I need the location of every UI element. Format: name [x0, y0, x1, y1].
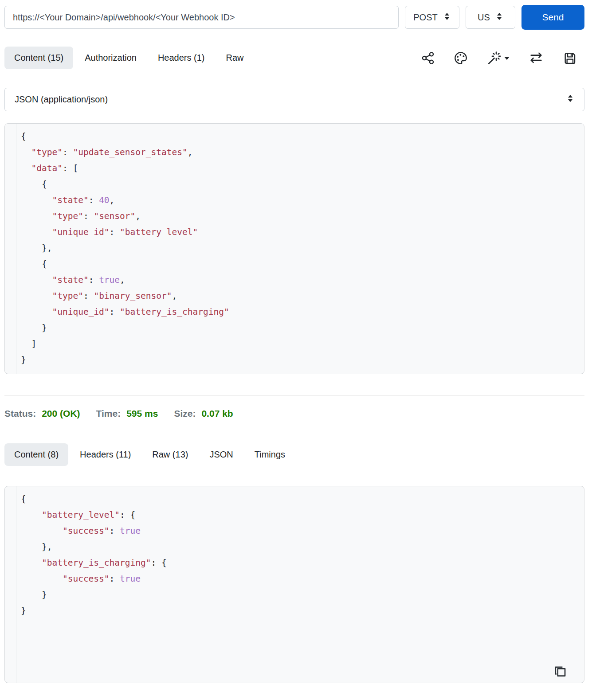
api-tester-page: POST US Send Content (15) Authorization …: [0, 0, 592, 691]
url-input[interactable]: [4, 6, 399, 29]
status-label: Status:: [4, 408, 36, 419]
sort-arrows-icon: [566, 94, 574, 105]
time-group: Time: 595 ms: [96, 408, 158, 419]
viewer-gutter: [5, 486, 16, 683]
method-select-value: POST: [413, 12, 437, 23]
region-select[interactable]: US: [466, 6, 515, 29]
response-tabs-row: Content (8) Headers (11) Raw (13) JSON T…: [4, 443, 584, 466]
section-divider: [4, 395, 584, 396]
tab-request-content[interactable]: Content (15): [4, 47, 73, 69]
tab-request-authorization[interactable]: Authorization: [75, 47, 146, 69]
time-value: 595 ms: [126, 408, 158, 419]
chevron-down-icon: [504, 55, 510, 61]
save-icon[interactable]: [562, 51, 576, 65]
request-tabs: Content (15) Authorization Headers (1) R…: [4, 47, 254, 69]
magic-wand-icon[interactable]: [486, 51, 510, 66]
response-body-viewer: { "battery_level": { "success": true }, …: [4, 486, 584, 683]
swap-icon[interactable]: [529, 51, 544, 66]
send-button[interactable]: Send: [521, 5, 584, 30]
size-group: Size: 0.07 kb: [174, 408, 233, 419]
response-body-code: { "battery_level": { "success": true }, …: [5, 486, 584, 625]
tab-response-json[interactable]: JSON: [200, 443, 243, 466]
request-bar: POST US Send: [4, 5, 584, 30]
tab-response-timings[interactable]: Timings: [245, 443, 295, 466]
status-value: 200 (OK): [42, 408, 80, 419]
request-body-code[interactable]: { "type": "update_sensor_states", "data"…: [5, 124, 584, 374]
size-label: Size:: [174, 408, 196, 419]
tab-response-raw[interactable]: Raw (13): [142, 443, 198, 466]
region-select-value: US: [478, 12, 490, 23]
editor-gutter: [5, 124, 16, 374]
body-type-value: JSON (application/json): [15, 94, 108, 105]
size-value: 0.07 kb: [201, 408, 233, 419]
response-tabs: Content (8) Headers (11) Raw (13) JSON T…: [4, 443, 295, 466]
tab-request-headers[interactable]: Headers (1): [148, 47, 215, 69]
sort-arrows-icon: [495, 12, 503, 23]
request-body-editor[interactable]: { "type": "update_sensor_states", "data"…: [4, 123, 584, 374]
tab-response-content[interactable]: Content (8): [4, 443, 68, 466]
palette-icon[interactable]: [454, 51, 468, 65]
sort-arrows-icon: [443, 12, 451, 23]
tab-response-headers[interactable]: Headers (11): [70, 443, 141, 466]
method-select[interactable]: POST: [405, 6, 459, 29]
time-label: Time:: [96, 408, 121, 419]
tab-request-raw[interactable]: Raw: [216, 47, 254, 69]
toolbar: [421, 51, 584, 66]
status-group: Status: 200 (OK): [4, 408, 80, 419]
body-type-select[interactable]: JSON (application/json): [4, 88, 584, 111]
copy-icon[interactable]: [552, 664, 567, 680]
share-icon[interactable]: [421, 51, 435, 65]
request-tabs-row: Content (15) Authorization Headers (1) R…: [4, 47, 584, 69]
response-status-row: Status: 200 (OK) Time: 595 ms Size: 0.07…: [4, 408, 584, 419]
